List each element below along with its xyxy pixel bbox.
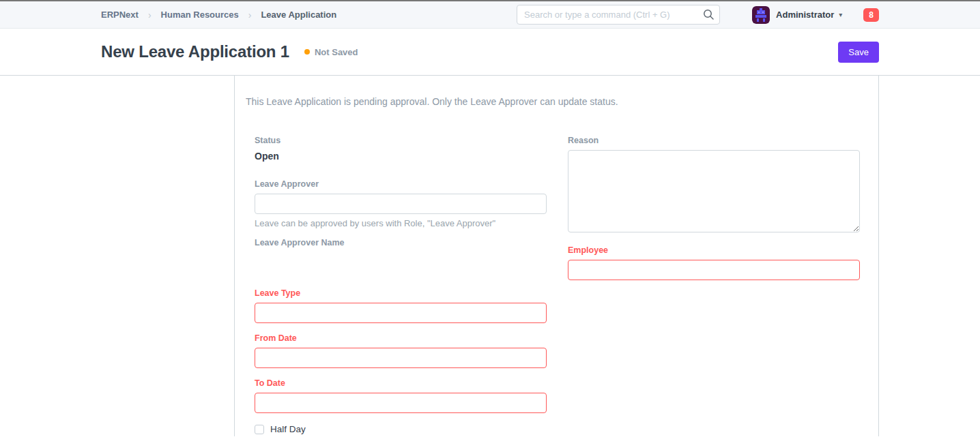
from-date-input[interactable] <box>255 348 547 368</box>
save-button[interactable]: Save <box>838 42 879 63</box>
notification-badge[interactable]: 8 <box>863 8 879 22</box>
leave-type-field: Leave Type <box>255 288 547 323</box>
navbar: ERPNext › Human Resources › Leave Applic… <box>0 1 980 29</box>
half-day-label: Half Day <box>270 424 306 434</box>
leave-approver-field: Leave Approver Leave can be approved by … <box>255 179 547 228</box>
avatar[interactable] <box>752 6 770 24</box>
status-label: Status <box>255 136 547 145</box>
breadcrumb-leave-application[interactable]: Leave Application <box>261 10 336 20</box>
status-field: Status Open <box>255 136 547 162</box>
user-name: Administrator <box>776 10 834 20</box>
search-input[interactable] <box>517 5 720 25</box>
not-saved-indicator: Not Saved <box>304 47 358 57</box>
chevron-down-icon: ▾ <box>839 12 842 18</box>
employee-label: Employee <box>568 245 860 255</box>
reason-textarea[interactable] <box>568 150 860 232</box>
page-body: This Leave Application is pending approv… <box>0 76 980 436</box>
breadcrumb-separator-icon: › <box>148 10 152 20</box>
leave-approver-name-value <box>255 252 547 278</box>
reason-field: Reason <box>568 136 860 235</box>
form-card: This Leave Application is pending approv… <box>234 76 879 436</box>
employee-field: Employee <box>568 245 860 280</box>
breadcrumb: ERPNext › Human Resources › Leave Applic… <box>101 10 336 20</box>
to-date-input[interactable] <box>255 393 547 413</box>
leave-approver-help: Leave can be approved by users with Role… <box>255 218 547 228</box>
pending-approval-message: This Leave Application is pending approv… <box>246 95 867 108</box>
employee-input[interactable] <box>568 260 860 280</box>
form-column-left: Status Open Leave Approver Leave can be … <box>255 136 547 434</box>
breadcrumb-separator-icon: › <box>248 10 252 20</box>
not-saved-dot-icon <box>304 49 310 55</box>
leave-approver-label: Leave Approver <box>255 179 547 189</box>
status-value: Open <box>255 151 547 162</box>
from-date-field: From Date <box>255 333 547 368</box>
leave-type-input[interactable] <box>255 303 547 323</box>
leave-approver-name-label: Leave Approver Name <box>255 238 547 247</box>
breadcrumb-erpnext[interactable]: ERPNext <box>101 10 139 20</box>
to-date-label: To Date <box>255 378 547 388</box>
to-date-field: To Date <box>255 378 547 413</box>
page-title: New Leave Application 1 <box>101 42 289 61</box>
leave-approver-name-field: Leave Approver Name <box>255 238 547 278</box>
form-column-right: Reason Employee <box>568 136 860 434</box>
form-sidebar <box>101 76 234 436</box>
reason-label: Reason <box>568 136 860 145</box>
leave-approver-input[interactable] <box>255 194 547 214</box>
from-date-label: From Date <box>255 333 547 343</box>
leave-type-label: Leave Type <box>255 288 547 298</box>
robot-identicon-icon <box>752 6 770 24</box>
page-head: New Leave Application 1 Not Saved Save <box>0 29 980 76</box>
not-saved-label: Not Saved <box>315 47 358 57</box>
search-icon[interactable] <box>702 8 715 20</box>
breadcrumb-human-resources[interactable]: Human Resources <box>161 10 239 20</box>
half-day-checkbox[interactable] <box>255 425 264 434</box>
global-search <box>517 5 720 25</box>
user-menu[interactable]: Administrator ▾ <box>770 10 842 20</box>
half-day-field[interactable]: Half Day <box>255 424 547 434</box>
